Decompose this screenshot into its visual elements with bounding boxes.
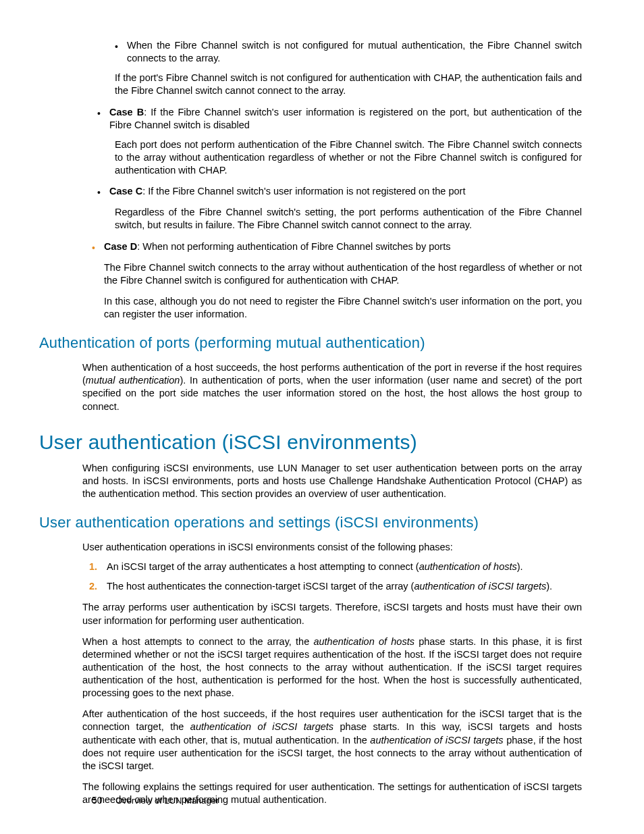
case-b-lead: Case B: If the Fibre Channel switch's us… bbox=[109, 106, 582, 132]
case-c-lead: Case C: If the Fibre Channel switch's us… bbox=[109, 185, 582, 199]
case-b-text: : If the Fibre Channel switch's user inf… bbox=[109, 107, 582, 130]
body-text: When a host attempts to connect to the a… bbox=[82, 635, 582, 700]
body-text: Each port does not perform authenticatio… bbox=[115, 138, 582, 177]
case-b-label: Case B bbox=[109, 107, 144, 118]
body-text: User authentication operations in iSCSI … bbox=[82, 541, 582, 554]
body-text: The array performs user authentication b… bbox=[82, 601, 582, 627]
step-number: 1. bbox=[89, 561, 107, 573]
bullet-dot bbox=[97, 106, 109, 132]
page-number: 50 bbox=[92, 795, 103, 806]
heading-user-auth-iscsi: User authentication (iSCSI environments) bbox=[39, 431, 582, 454]
case-d-text: : When not performing authentication of … bbox=[137, 241, 450, 252]
text-frag: When a host attempts to connect to the a… bbox=[82, 636, 313, 647]
bullet-dot bbox=[115, 39, 127, 65]
body-text: When authentication of a host succeeds, … bbox=[82, 361, 582, 413]
heading-auth-ports: Authentication of ports (performing mutu… bbox=[39, 334, 582, 352]
body-text: If the port's Fibre Channel switch is no… bbox=[115, 72, 582, 97]
step-1-text: An iSCSI target of the array authenticat… bbox=[107, 561, 582, 573]
body-text: Regardless of the Fibre Channel switch's… bbox=[115, 206, 582, 232]
footer-title: Overview of LUN Manager bbox=[115, 796, 219, 806]
step-number: 2. bbox=[89, 580, 107, 593]
text-italic: authentication of iSCSI targets bbox=[414, 581, 546, 592]
text-italic: authentication of iSCSI targets bbox=[370, 735, 503, 746]
heading-user-auth-ops: User authentication operations and setti… bbox=[39, 514, 582, 531]
case-d-label: Case D bbox=[104, 241, 137, 252]
body-text: After authentication of the host succeed… bbox=[82, 708, 582, 773]
page-footer: 50 Overview of LUN Manager bbox=[92, 795, 219, 806]
case-d-lead: Case D: When not performing authenticati… bbox=[104, 240, 582, 255]
case-c-label: Case C bbox=[109, 186, 142, 197]
text-italic: authentication of iSCSI targets bbox=[190, 721, 333, 732]
text-frag: The host authenticates the connection-ta… bbox=[107, 581, 414, 592]
case-c-text: : If the Fibre Channel switch's user inf… bbox=[142, 186, 465, 197]
body-text: When configuring iSCSI environments, use… bbox=[82, 462, 582, 500]
bullet-dot-orange bbox=[92, 240, 104, 255]
step-2-text: The host authenticates the connection-ta… bbox=[107, 580, 582, 593]
text-italic: authentication of hosts bbox=[313, 636, 414, 647]
text-frag: An iSCSI target of the array authenticat… bbox=[107, 561, 419, 572]
text-italic: mutual authentication bbox=[86, 375, 180, 386]
body-text: In this case, although you do not need t… bbox=[104, 295, 582, 321]
body-text: The Fibre Channel switch connects to the… bbox=[104, 261, 582, 287]
text-italic: authentication of hosts bbox=[419, 561, 517, 572]
bullet-dot bbox=[97, 185, 109, 199]
body-text: When the Fibre Channel switch is not con… bbox=[127, 39, 582, 65]
text-frag: ). bbox=[546, 581, 552, 592]
text-frag: ). bbox=[517, 561, 523, 572]
